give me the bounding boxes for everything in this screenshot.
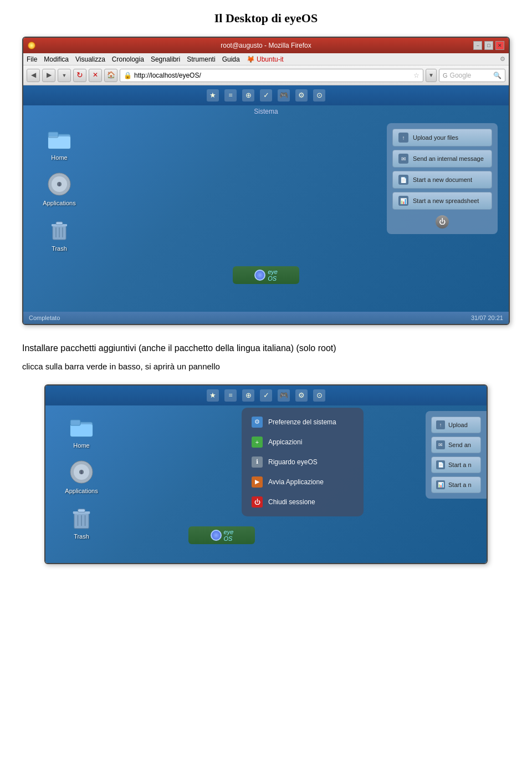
go-button[interactable]: ▼: [426, 69, 437, 82]
home2-label: Home: [73, 442, 89, 449]
search-bar[interactable]: G Google 🔍: [439, 69, 505, 82]
riguardo-icon: ℹ: [252, 456, 263, 468]
topbar-files-icon[interactable]: ≡: [224, 89, 237, 102]
menubar: File Modifica Visualizza Cronologia Segn…: [23, 53, 509, 65]
eyeos2-logo-circle: [211, 530, 222, 541]
time-text: 31/07 20:21: [471, 315, 503, 321]
trash-icon[interactable]: Trash: [29, 214, 90, 254]
topbar2-check-icon[interactable]: ✓: [260, 389, 272, 402]
popup-applicazioni[interactable]: + Appicazioni: [247, 433, 358, 451]
menu-segnalibri[interactable]: Segnalibri: [151, 55, 180, 63]
topbar-check-icon[interactable]: ✓: [260, 89, 272, 102]
menu-visualizza[interactable]: Visualizza: [75, 55, 105, 63]
applicazioni-label: Appicazioni: [268, 438, 302, 446]
applications-icon[interactable]: i Applications: [29, 169, 90, 209]
newsheet2-button[interactable]: 📊 Start a n: [431, 476, 481, 493]
titlebar-text: root@augusto - Mozilla Firefox: [221, 42, 311, 49]
stop-button[interactable]: ✕: [89, 69, 102, 82]
eyeos-desktop2: ★ ≡ ⊕ ✓ 🎮 ⚙ ⊙ Home: [45, 385, 487, 563]
popup-riguardo[interactable]: ℹ Riguardo eyeOS: [247, 453, 358, 471]
svg-rect-3: [48, 136, 70, 149]
applications2-icon[interactable]: i Applications: [51, 456, 112, 496]
popup-chiudi[interactable]: ⏻ Chiudi sessione: [247, 493, 358, 511]
svg-text:i: i: [59, 181, 60, 187]
avvia-icon: ▶: [252, 476, 263, 488]
trash2-icon[interactable]: Trash: [51, 502, 112, 542]
chiudi-icon: ⏻: [252, 496, 263, 508]
quickpanel: ↑ Upload your files ✉ Send an internal m…: [387, 123, 498, 234]
back-button[interactable]: ◀: [27, 69, 40, 82]
upload-files-button[interactable]: ↑ Upload your files: [392, 129, 492, 146]
menu-file[interactable]: File: [27, 55, 37, 63]
spreadsheet-icon: 📊: [398, 196, 408, 206]
search-go-icon[interactable]: 🔍: [493, 72, 502, 79]
completato-text: Completato: [29, 315, 471, 321]
upload2-button[interactable]: ↑ Upload: [431, 417, 481, 433]
maximize-button[interactable]: □: [484, 41, 493, 50]
eyeos2-logo: eyeOS: [211, 529, 234, 542]
send2-label: Send an: [448, 442, 471, 448]
page-title: Il Desktop di eyeOS: [22, 11, 510, 26]
start-button[interactable]: eyeOS: [233, 266, 299, 284]
send-message-button[interactable]: ✉ Send an internal message: [392, 150, 492, 168]
send-message-label: Send an internal message: [413, 155, 484, 162]
new-doc-label: Start a new document: [413, 176, 472, 183]
home2-icon[interactable]: Home: [51, 411, 112, 451]
avvia-label: Avvia Applicazione: [268, 478, 324, 486]
topbar-settings-icon[interactable]: ⚙: [295, 89, 308, 102]
menu-ubuntu[interactable]: 🦊 Ubuntu-it: [247, 55, 284, 63]
envelope-icon: ✉: [398, 154, 408, 164]
applications-disc-icon: i: [46, 171, 73, 197]
star-icon[interactable]: ☆: [413, 72, 420, 79]
home-button[interactable]: 🏠: [104, 69, 117, 82]
eyeos-topbar2: ★ ≡ ⊕ ✓ 🎮 ⚙ ⊙: [45, 385, 487, 405]
new-document-button[interactable]: 📄 Start a new document: [392, 171, 492, 189]
close-button[interactable]: ✕: [495, 41, 504, 50]
chiudi-label: Chiudi sessione: [268, 498, 315, 506]
topbar-rss-icon[interactable]: ⊕: [242, 89, 254, 102]
menu-strumenti[interactable]: Strumenti: [187, 55, 215, 63]
popup-preferenze[interactable]: ⚙ Preferenze del sistema: [247, 413, 358, 431]
topbar2-power-icon[interactable]: ⊙: [313, 389, 325, 402]
power-button[interactable]: ⏻: [436, 215, 449, 229]
topbar2-settings-icon[interactable]: ⚙: [295, 389, 308, 402]
desktop-icons: Home i Applications: [29, 123, 90, 306]
popup-avvia[interactable]: ▶ Avvia Applicazione: [247, 473, 358, 491]
topbar-star-icon[interactable]: ★: [207, 89, 219, 102]
search-placeholder: Google: [450, 72, 472, 79]
menu-modifica[interactable]: Modifica: [44, 55, 69, 63]
menu-guida[interactable]: Guida: [222, 55, 240, 63]
envelope2-icon: ✉: [436, 440, 445, 449]
address-bar[interactable]: 🔒 http://localhost/eyeOS/ ☆: [120, 69, 423, 82]
menu-cronologia[interactable]: Cronologia: [112, 55, 144, 63]
forward-button[interactable]: ▶: [42, 69, 55, 82]
topbar2-star-icon[interactable]: ★: [207, 389, 219, 402]
upload2-icon: ↑: [436, 420, 445, 429]
desktop-area: Home i Applications: [23, 118, 509, 312]
address-text: http://localhost/eyeOS/: [134, 72, 201, 79]
dropdown-button[interactable]: ▼: [58, 69, 71, 82]
topbar2-game-icon[interactable]: 🎮: [278, 389, 290, 402]
minimize-button[interactable]: −: [473, 41, 482, 50]
send2-button[interactable]: ✉ Send an: [431, 437, 481, 453]
topbar2-files-icon[interactable]: ≡: [224, 389, 237, 402]
eyeos-statusbar: Completato 31/07 20:21: [23, 312, 509, 324]
start2-button[interactable]: eyeOS: [188, 526, 255, 544]
newsheet2-label: Start a n: [448, 481, 472, 488]
new-spreadsheet-button[interactable]: 📊 Start a new spreadsheet: [392, 192, 492, 210]
topbar-power-icon[interactable]: ⊙: [313, 89, 325, 102]
newdoc2-button[interactable]: 📄 Start a n: [431, 456, 481, 473]
trash2-bin-icon: [68, 504, 95, 531]
topbar2-rss-icon[interactable]: ⊕: [242, 389, 254, 402]
sistema-label: Sistema: [23, 105, 509, 118]
topbar-game-icon[interactable]: 🎮: [278, 89, 290, 102]
trash2-label: Trash: [74, 533, 89, 540]
home-icon[interactable]: Home: [29, 123, 90, 163]
lock-icon: 🔒: [124, 72, 132, 79]
riguardo-label: Riguardo eyeOS: [268, 458, 318, 466]
upload-icon: ↑: [398, 133, 408, 143]
reload-button[interactable]: ↻: [73, 69, 86, 82]
firefox-window: root@augusto - Mozilla Firefox − □ ✕ Fil…: [22, 37, 510, 325]
svg-text:i: i: [81, 469, 82, 475]
svg-rect-17: [70, 420, 80, 425]
